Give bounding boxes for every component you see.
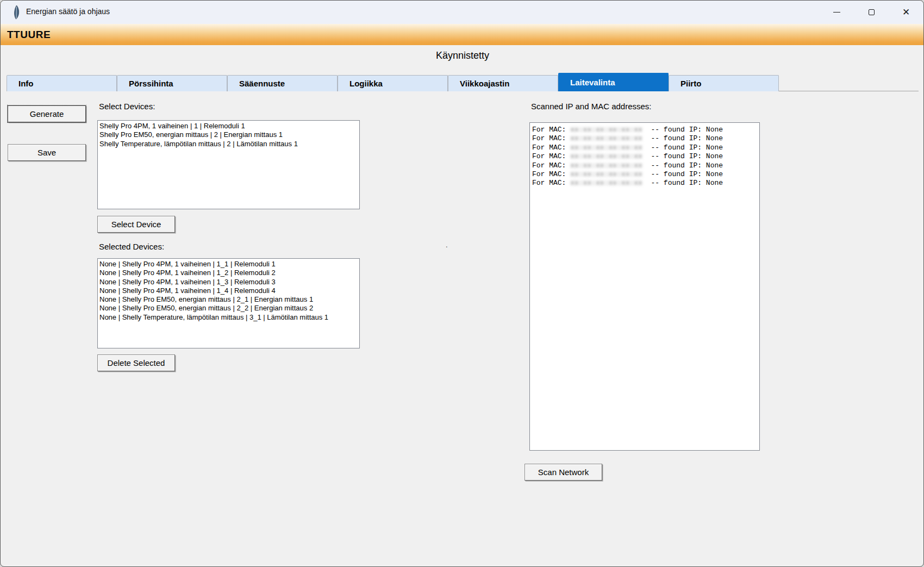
redacted-mac: xx:xx:xx:xx:xx:xx	[570, 161, 642, 170]
device-list-item[interactable]: Shelly Temperature, lämpötilan mittaus |…	[99, 140, 359, 148]
scan-line-prefix: For MAC:	[532, 179, 570, 187]
brand-name: TTUURE	[1, 29, 51, 41]
title-bar: Energian säätö ja ohjaus ✕	[1, 1, 923, 24]
maximize-button[interactable]	[854, 1, 889, 24]
scan-result-line: For MAC: xx:xx:xx:xx:xx:xx -- found IP: …	[532, 144, 759, 152]
scan-line-suffix: -- found IP: None	[642, 134, 723, 142]
device-list-item[interactable]: Shelly Pro EM50, energian mittaus | 2 | …	[99, 130, 359, 139]
scan-result-line: For MAC: xx:xx:xx:xx:xx:xx -- found IP: …	[532, 161, 759, 170]
tab[interactable]: Piirto	[669, 75, 779, 91]
stray-dot-label: .	[446, 241, 448, 249]
tab[interactable]: Viikkoajastin	[448, 75, 558, 91]
selected-device-list-item[interactable]: None | Shelly Pro 4PM, 1 vaiheinen | 1_1…	[99, 260, 359, 269]
status-heading: Käynnistetty	[1, 50, 924, 61]
brand-banner: TTUURE	[1, 24, 923, 45]
tab[interactable]: Sääennuste	[227, 75, 338, 91]
select-devices-label: Select Devices:	[99, 102, 155, 111]
minimize-button[interactable]	[819, 1, 854, 24]
window-title: Energian säätö ja ohjaus	[26, 7, 110, 16]
tab-label: Logiikka	[349, 79, 383, 88]
scan-line-suffix: -- found IP: None	[642, 179, 723, 187]
scan-line-prefix: For MAC:	[532, 126, 570, 134]
window-controls: ✕	[819, 1, 923, 24]
select-device-button[interactable]: Select Device	[97, 216, 175, 233]
scan-result-line: For MAC: xx:xx:xx:xx:xx:xx -- found IP: …	[532, 179, 759, 188]
maximize-icon	[869, 9, 875, 15]
tab-label: Sääennuste	[239, 79, 285, 88]
scan-line-prefix: For MAC:	[532, 170, 570, 178]
tab-label: Pörssihinta	[129, 79, 173, 88]
scan-result-line: For MAC: xx:xx:xx:xx:xx:xx -- found IP: …	[532, 152, 759, 161]
selected-device-list-item[interactable]: None | Shelly Pro 4PM, 1 vaiheinen | 1_4…	[99, 286, 359, 295]
selected-devices-listbox[interactable]: None | Shelly Pro 4PM, 1 vaiheinen | 1_1…	[97, 258, 360, 348]
tab-label: Laitevalinta	[570, 78, 615, 87]
scan-line-suffix: -- found IP: None	[642, 170, 723, 178]
save-button[interactable]: Save	[8, 144, 86, 161]
redacted-mac: xx:xx:xx:xx:xx:xx	[570, 126, 642, 134]
redacted-mac: xx:xx:xx:xx:xx:xx	[570, 170, 642, 178]
generate-button[interactable]: Generate	[8, 105, 86, 122]
scanned-addresses-label: Scanned IP and MAC addresses:	[531, 102, 652, 111]
tab-bar: Info Pörssihinta Sääennuste Logiikka Vii…	[7, 73, 779, 91]
selected-device-list-item[interactable]: None | Shelly Temperature, lämpötilan mi…	[99, 313, 359, 322]
redacted-mac: xx:xx:xx:xx:xx:xx	[570, 134, 642, 142]
minimize-icon	[833, 12, 840, 13]
scan-line-prefix: For MAC:	[532, 152, 570, 160]
redacted-mac: xx:xx:xx:xx:xx:xx	[570, 144, 642, 152]
available-devices-listbox[interactable]: Shelly Pro 4PM, 1 vaiheinen | 1 | Relemo…	[97, 120, 360, 209]
scan-line-prefix: For MAC:	[532, 134, 570, 142]
scan-result-line: For MAC: xx:xx:xx:xx:xx:xx -- found IP: …	[532, 170, 759, 179]
selected-device-list-item[interactable]: None | Shelly Pro 4PM, 1 vaiheinen | 1_2…	[99, 269, 359, 277]
app-window: Energian säätö ja ohjaus ✕ TTUURE Käynni…	[0, 0, 924, 567]
python-feather-icon	[11, 5, 21, 20]
scan-result-line: For MAC: xx:xx:xx:xx:xx:xx -- found IP: …	[532, 126, 759, 134]
selected-device-list-item[interactable]: None | Shelly Pro EM50, energian mittaus…	[99, 304, 359, 313]
tab-label: Piirto	[680, 79, 701, 88]
scan-results-textbox[interactable]: For MAC: xx:xx:xx:xx:xx:xx -- found IP: …	[529, 122, 760, 451]
tab-label: Info	[18, 79, 34, 88]
scan-line-suffix: -- found IP: None	[642, 161, 723, 170]
selected-devices-label: Selected Devices:	[99, 242, 164, 251]
tab[interactable]: Pörssihinta	[117, 75, 227, 91]
scan-line-suffix: -- found IP: None	[642, 152, 723, 160]
scan-line-prefix: For MAC:	[532, 161, 570, 170]
selected-device-list-item[interactable]: None | Shelly Pro 4PM, 1 vaiheinen | 1_3…	[99, 278, 359, 286]
scan-line-suffix: -- found IP: None	[642, 144, 723, 152]
device-list-item[interactable]: Shelly Pro 4PM, 1 vaiheinen | 1 | Relemo…	[99, 122, 359, 130]
tab[interactable]: Logiikka	[338, 75, 448, 91]
close-icon: ✕	[902, 8, 910, 17]
tab[interactable]: Laitevalinta	[558, 73, 669, 91]
close-button[interactable]: ✕	[889, 1, 923, 24]
scan-line-prefix: For MAC:	[532, 144, 570, 152]
delete-selected-button[interactable]: Delete Selected	[97, 354, 175, 371]
redacted-mac: xx:xx:xx:xx:xx:xx	[570, 179, 642, 187]
tab-label: Viikkoajastin	[460, 79, 509, 88]
scan-line-suffix: -- found IP: None	[642, 126, 723, 134]
scan-result-line: For MAC: xx:xx:xx:xx:xx:xx -- found IP: …	[532, 134, 759, 143]
scan-network-button[interactable]: Scan Network	[525, 464, 602, 481]
selected-device-list-item[interactable]: None | Shelly Pro EM50, energian mittaus…	[99, 295, 359, 304]
tab[interactable]: Info	[7, 75, 117, 91]
redacted-mac: xx:xx:xx:xx:xx:xx	[570, 152, 642, 160]
